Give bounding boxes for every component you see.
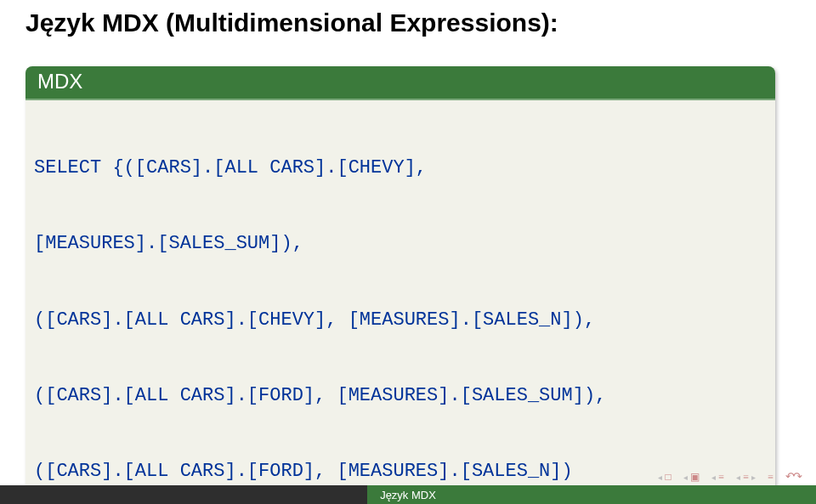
footer-title: Język MDX: [380, 489, 436, 501]
block-header: MDX: [26, 66, 775, 100]
slide-title: Język MDX (Multidimensional Expressions)…: [26, 8, 558, 37]
code-block: MDX SELECT {([CARS].[ALL CARS].[CHEVY], …: [26, 66, 775, 504]
nav-next-sub-icon[interactable]: ◂ ≡ ▸: [736, 470, 756, 484]
code-line: ([CARS].[ALL CARS].[CHEVY], [MEASURES].[…: [34, 308, 767, 333]
nav-prev-sub-icon[interactable]: ◂ ≡: [711, 470, 724, 484]
footer-bar: Język MDX: [0, 485, 816, 504]
nav-undo-icon[interactable]: ↶↷: [785, 470, 801, 484]
code-body: SELECT {([CARS].[ALL CARS].[CHEVY], [MEA…: [26, 100, 775, 504]
code-line: ([CARS].[ALL CARS].[FORD], [MEASURES].[S…: [34, 383, 767, 409]
nav-prev-section-icon[interactable]: ◂ □: [658, 470, 672, 484]
code-line: [MEASURES].[SALES_SUM]),: [34, 231, 767, 257]
nav-prev-slide-icon[interactable]: ◂ ▣: [683, 470, 700, 484]
code-line: SELECT {([CARS].[ALL CARS].[CHEVY],: [34, 156, 767, 181]
code-line: ([CARS].[ALL CARS].[FORD], [MEASURES].[S…: [34, 459, 767, 484]
beamer-nav: ◂ □ ◂ ▣ ◂ ≡ ◂ ≡ ▸ ≡ ↶↷: [658, 470, 801, 484]
nav-lines-icon[interactable]: ≡: [768, 470, 774, 484]
